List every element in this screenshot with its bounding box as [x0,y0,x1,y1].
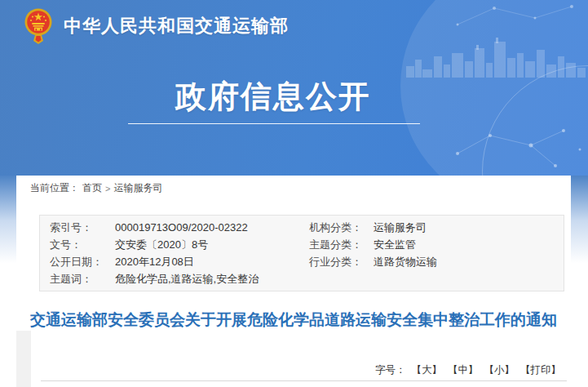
meta-value: 000019713O09/2020-02322 [115,220,309,236]
font-size-medium-button[interactable]: 【中】 [448,363,479,377]
meta-value [374,271,564,287]
font-size-controls: 字号： 【大】 【中】 【小】 【打印】 [375,363,561,377]
meta-value: 2020年12月08日 [115,254,309,270]
meta-value: 运输服务司 [374,220,564,236]
content-divider [41,380,567,381]
font-size-small-button[interactable]: 【小】 [484,363,515,377]
city-skyline-graphic [406,33,587,78]
left-gray-strip [16,331,31,387]
meta-label [309,271,374,287]
meta-row-keywords: 主题词： 危险化学品,道路运输,安全整治 [40,271,564,287]
breadcrumb-link-home[interactable]: 首页 [82,181,102,195]
meta-value: 安全监管 [374,237,564,253]
meta-label: 索引号： [50,220,115,236]
meta-label: 文号： [50,237,115,253]
meta-value: 危险化学品,道路运输,安全整治 [115,271,309,287]
site-name: 中华人民共和国交通运输部 [64,14,289,38]
site-logo-link[interactable]: 中华人民共和国交通运输部 [24,7,289,45]
meta-value: 道路货物运输 [374,254,564,270]
meta-label: 公开日期： [50,254,115,270]
breadcrumb: 当前位置： 首页 > 运输服务司 [30,181,162,195]
national-emblem-icon [24,8,52,45]
breadcrumb-separator: > [105,184,110,194]
meta-row-index: 索引号： 000019713O09/2020-02322 机构分类： 运输服务司 [40,220,564,236]
document-meta-table: 索引号： 000019713O09/2020-02322 机构分类： 运输服务司… [39,215,564,291]
print-button[interactable]: 【打印】 [520,363,561,377]
content-card: 当前位置： 首页 > 运输服务司 索引号： 000019713O09/2020-… [16,176,571,387]
meta-row-docnumber: 文号： 交安委〔2020〕8号 主题分类： 安全监管 [40,237,564,253]
font-size-large-button[interactable]: 【大】 [412,363,443,377]
meta-label: 机构分类： [309,220,374,236]
meta-row-date: 公开日期： 2020年12月08日 行业分类： 道路货物运输 [40,254,564,270]
meta-label: 主题分类： [309,237,374,253]
font-size-label: 字号： [375,363,406,377]
network-dots-graphic [441,121,588,174]
network-dots-graphic-top [449,0,580,33]
meta-value: 交安委〔2020〕8号 [115,237,309,253]
banner: 中华人民共和国交通运输部 政府信息公开 [0,0,588,176]
article-title: 交通运输部安全委员会关于开展危险化学品道路运输安全集中整治工作的通知 [29,309,559,331]
breadcrumb-label: 当前位置： [30,181,79,195]
banner-underline [128,123,420,124]
page-banner-title: 政府信息公开 [175,79,371,113]
breadcrumb-link-department[interactable]: 运输服务司 [113,181,162,195]
meta-label: 主题词： [50,271,115,287]
meta-label: 行业分类： [309,254,374,270]
